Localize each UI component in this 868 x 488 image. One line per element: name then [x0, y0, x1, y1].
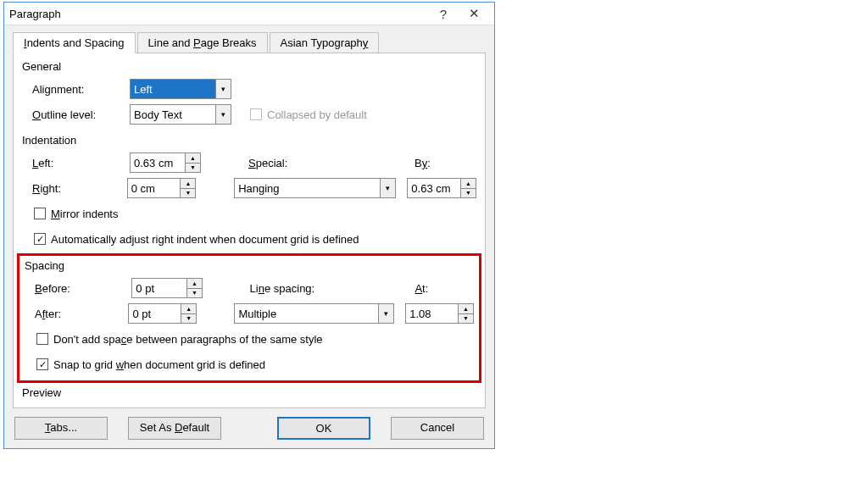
group-spacing-heading: Spacing — [25, 259, 474, 272]
checkbox-box — [36, 333, 48, 345]
at-spinner[interactable]: 1.08 ▲▼ — [405, 303, 474, 324]
before-label: Before: — [35, 282, 131, 295]
spinner-buttons[interactable]: ▲▼ — [180, 179, 195, 197]
tab-line-page-breaks[interactable]: Line and Page Breaks — [137, 32, 268, 53]
checkbox-box: ✓ — [34, 233, 46, 245]
checkbox-box: ✓ — [36, 358, 48, 370]
mirror-indents-checkbox[interactable]: Mirror indents — [34, 208, 118, 220]
chevron-down-icon[interactable]: ▾ — [215, 80, 231, 98]
line-spacing-label: Line spacing: — [250, 282, 351, 295]
after-spinner[interactable]: 0 pt ▲▼ — [128, 303, 197, 324]
after-value: 0 pt — [129, 304, 181, 323]
by-label: By: — [415, 157, 474, 169]
special-value: Hanging — [235, 179, 380, 197]
tab-label: Asian Typography — [281, 36, 369, 49]
checkbox-box — [34, 208, 46, 219]
alignment-value: Left — [131, 80, 215, 98]
special-combo[interactable]: Hanging ▾ — [234, 178, 396, 198]
spinner-buttons[interactable]: ▲▼ — [181, 304, 196, 323]
dialog-buttons: Tabs... Set As Default OK Cancel — [13, 417, 486, 440]
tab-label: Indents and Spacing — [24, 36, 125, 49]
dialog-title: Paragraph — [9, 8, 428, 20]
collapsed-checkbox: Collapsed by default — [250, 108, 367, 121]
tab-sheet: General Alignment: Left ▾ Outline level:… — [13, 53, 486, 408]
spinner-buttons[interactable]: ▲▼ — [460, 179, 476, 197]
dont-add-space-label: Don't add space between paragraphs of th… — [53, 333, 323, 346]
paragraph-dialog: Paragraph ? ✕ Indents and Spacing Line a… — [3, 2, 495, 449]
indent-right-label: Right: — [32, 182, 127, 195]
dialog-body: Indents and Spacing Line and Page Breaks… — [4, 25, 494, 448]
line-spacing-value: Multiple — [235, 304, 377, 323]
chevron-down-icon[interactable]: ▾ — [380, 179, 395, 197]
spacing-highlight: Spacing Before: 0 pt ▲▼ Line spacing: At… — [17, 253, 481, 383]
checkbox-box — [250, 108, 262, 120]
indent-left-label: Left: — [32, 157, 130, 169]
mirror-indents-label: Mirror indents — [51, 208, 118, 220]
before-spinner[interactable]: 0 pt ▲▼ — [131, 278, 203, 298]
at-value: 1.08 — [406, 304, 458, 323]
at-label: At: — [415, 282, 474, 295]
outline-label: Outline level: — [32, 108, 130, 121]
tab-label: Line and Page Breaks — [148, 36, 257, 49]
tabs-button[interactable]: Tabs... — [14, 417, 108, 440]
spinner-buttons[interactable]: ▲▼ — [186, 279, 202, 297]
outline-value: Body Text — [131, 105, 215, 124]
indent-left-value: 0.63 cm — [131, 153, 185, 172]
snap-to-grid-checkbox[interactable]: ✓ Snap to grid when document grid is def… — [36, 358, 265, 371]
alignment-label: Alignment: — [32, 83, 130, 96]
group-general-heading: General — [22, 60, 476, 73]
special-label: Special: — [248, 157, 350, 169]
by-spinner[interactable]: 0.63 cm ▲▼ — [407, 178, 476, 198]
set-default-button[interactable]: Set As Default — [128, 417, 221, 440]
auto-adjust-checkbox[interactable]: ✓ Automatically adjust right indent when… — [34, 233, 359, 246]
indent-right-value: 0 cm — [128, 179, 181, 197]
alignment-combo[interactable]: Left ▾ — [130, 79, 231, 99]
collapsed-label: Collapsed by default — [267, 108, 367, 121]
outline-combo[interactable]: Body Text ▾ — [130, 104, 231, 125]
snap-to-grid-label: Snap to grid when document grid is defin… — [53, 358, 265, 371]
titlebar: Paragraph ? ✕ — [4, 3, 494, 25]
after-label: After: — [35, 308, 128, 320]
ok-button[interactable]: OK — [277, 417, 370, 440]
dont-add-space-checkbox[interactable]: Don't add space between paragraphs of th… — [36, 333, 323, 346]
auto-adjust-label: Automatically adjust right indent when d… — [51, 233, 359, 246]
indent-left-spinner[interactable]: 0.63 cm ▲▼ — [130, 152, 201, 173]
before-value: 0 pt — [132, 279, 186, 297]
preview-heading: Preview — [22, 386, 476, 399]
indent-right-spinner[interactable]: 0 cm ▲▼ — [127, 178, 197, 198]
spinner-buttons[interactable]: ▲▼ — [185, 153, 200, 172]
chevron-down-icon[interactable]: ▾ — [215, 105, 231, 124]
cancel-button[interactable]: Cancel — [391, 417, 484, 440]
help-icon[interactable]: ? — [428, 7, 459, 21]
by-value: 0.63 cm — [408, 179, 460, 197]
tab-asian-typography[interactable]: Asian Typography — [270, 32, 380, 53]
line-spacing-combo[interactable]: Multiple ▾ — [234, 303, 393, 324]
tab-indents-spacing[interactable]: Indents and Spacing — [13, 32, 136, 53]
tab-strip: Indents and Spacing Line and Page Breaks… — [13, 32, 486, 53]
group-indentation-heading: Indentation — [22, 134, 476, 147]
close-icon[interactable]: ✕ — [459, 6, 489, 21]
spinner-buttons[interactable]: ▲▼ — [458, 304, 473, 323]
chevron-down-icon[interactable]: ▾ — [378, 304, 393, 323]
